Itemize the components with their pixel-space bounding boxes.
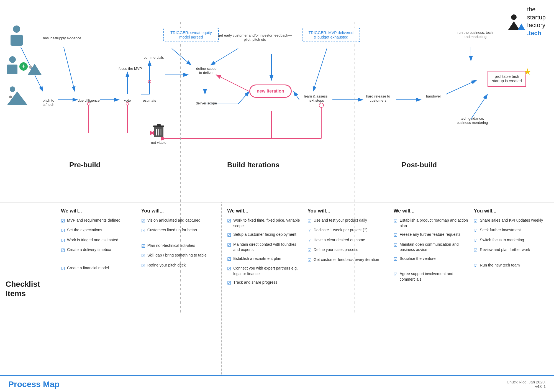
list-item: ☑Establish a recruitment plan — [227, 256, 302, 262]
list-item: ☑Vision articulated and captured — [141, 218, 216, 224]
postbuild-we-will: We will... ☑Establish a product roadmap … — [391, 208, 471, 370]
list-item: ☑Maintain direct contact with foundres a… — [227, 242, 302, 253]
list-item: ☑Establish a product roadmap and action … — [394, 218, 468, 229]
learn-assess-label: learn & assessnext steps — [301, 94, 331, 103]
check-icon: ☑ — [61, 218, 65, 224]
list-item: ☑Maintain open communication and busines… — [394, 242, 468, 253]
commercials-label: commercials — [140, 55, 168, 60]
check-icon: ☑ — [307, 238, 311, 244]
checklist-columns: We will... ☑MVP and requirements defined… — [55, 203, 554, 375]
focus-mvp-label: focus the MVP — [116, 66, 144, 71]
svg-point-48 — [29, 65, 32, 69]
list-item: ☑Work to fixed time, fixed price, variab… — [227, 218, 302, 229]
check-icon: ☑ — [227, 280, 231, 286]
early-customer-label: get early customer and/or investor feedb… — [216, 33, 294, 42]
checklist-section: ChecklistItems We will... ☑MVP and requi… — [0, 202, 554, 375]
not-viable: not viable — [151, 123, 166, 145]
list-item: ☑Switch focus to marketing — [474, 237, 548, 244]
list-item: ☑Track and share progress — [227, 280, 302, 286]
prebuild-we-will: We will... ☑MVP and requirements defined… — [58, 208, 138, 370]
logo-line3: factory — [527, 22, 545, 29]
postbuild-title: Post-build — [402, 161, 437, 169]
check-icon: ☑ — [227, 266, 231, 272]
run-business-label: run the business, tech and marketing — [454, 30, 496, 39]
svg-point-43 — [9, 56, 16, 63]
person-icon-1 — [8, 25, 25, 48]
check-icon: ☑ — [474, 247, 478, 253]
tech-guidance-label: tech guidance,business mentoring — [452, 116, 493, 125]
check-icon: ☑ — [307, 247, 311, 253]
list-item: ☑Create a delivery timebox — [61, 247, 136, 253]
check-icon: ☑ — [394, 242, 397, 248]
list-item: ☑Customers lined up for betas — [141, 227, 216, 234]
check-icon: ☑ — [394, 218, 397, 224]
check-icon: ☑ — [474, 263, 478, 269]
person-group-icon: + — [6, 55, 42, 79]
check-icon: ☑ — [141, 263, 145, 269]
list-item: ☑Use and test your product daily — [307, 218, 382, 224]
svg-rect-44 — [7, 65, 17, 74]
person-mountain-icon — [6, 86, 28, 106]
list-item: ☑Freeze any further feature requests — [394, 232, 468, 238]
list-item: ☑Review and plan further work — [474, 247, 548, 253]
list-item: ☑Get customer feedback every iteration — [307, 257, 382, 263]
build-checklist: We will... ☑Work to fixed time, fixed pr… — [222, 203, 388, 375]
checklist-label-col: ChecklistItems — [0, 203, 55, 375]
check-icon: ☑ — [227, 256, 231, 262]
prebuild-checklist: We will... ☑MVP and requirements defined… — [55, 203, 222, 375]
supply-evidence-label: supply evidence — [55, 36, 81, 40]
list-item: ☑Plan non-technical activities — [141, 243, 216, 249]
check-icon: ☑ — [394, 271, 397, 278]
list-item: ☑Dedicate 1 week per project (?) — [307, 227, 382, 234]
build-we-header: We will... — [227, 208, 302, 214]
list-item: ☑Connect you with expert partners e.g. l… — [227, 266, 302, 276]
list-item: ☑Create a financial model — [61, 265, 136, 272]
list-item: ☑Define your sales process — [307, 247, 382, 253]
svg-rect-54 — [157, 124, 161, 126]
svg-point-51 — [9, 96, 12, 98]
trigger-1: TRIGGER: sweat equitymodel agreed — [163, 28, 219, 42]
check-icon: ☑ — [61, 238, 65, 244]
build-you-header: You will... — [307, 208, 382, 214]
check-icon: ☑ — [141, 253, 145, 259]
footer-title: Process Map — [8, 380, 60, 389]
prebuild-you-will: You will... ☑Vision articulated and capt… — [138, 208, 219, 370]
check-icon: ☑ — [141, 218, 145, 224]
check-icon: ☑ — [307, 257, 311, 263]
svg-point-38 — [511, 14, 517, 20]
footer-credit: Chuck Rice. Jan 2020. v4.0.1 — [507, 380, 546, 389]
vote-label: vote — [119, 98, 136, 103]
list-item: ☑Refine your pitch deck — [141, 263, 216, 269]
check-icon: ☑ — [227, 232, 231, 238]
list-item: ☑Have a clear desired outcome — [307, 237, 382, 244]
check-icon: ☑ — [307, 218, 311, 224]
check-icon: ☑ — [61, 228, 65, 234]
estimate-label: estimate — [138, 98, 161, 103]
footer-credit-text: Chuck Rice. Jan 2020. — [507, 380, 546, 384]
checklist-label: ChecklistItems — [6, 280, 40, 298]
build-you-will: You will... ☑Use and test your product d… — [305, 208, 385, 370]
pitch-tsf-label: pitch totsf.tech — [36, 98, 61, 107]
list-item: ☑Agree support involvement and commercia… — [394, 271, 468, 282]
check-icon: ☑ — [474, 238, 478, 244]
list-item: ☑Share sales and KPI updates weekly — [474, 218, 548, 224]
not-viable-label: not viable — [151, 140, 166, 145]
check-icon: ☑ — [474, 228, 478, 234]
check-icon: ☑ — [141, 228, 145, 234]
logo-line2: startup — [527, 14, 546, 21]
check-icon: ☑ — [307, 228, 311, 234]
svg-marker-47 — [28, 64, 42, 75]
new-iteration: new iteration — [249, 84, 292, 98]
svg-rect-42 — [11, 35, 23, 46]
star-icon: ★ — [524, 66, 532, 77]
prebuild-title: Pre-build — [69, 161, 101, 169]
build-title: Build Iterations — [227, 161, 279, 169]
check-icon: ☑ — [61, 266, 65, 272]
check-icon: ☑ — [61, 247, 65, 253]
trigger-2: TRIGGER: MVP delivered& budget exhausted — [302, 28, 360, 42]
list-item: ☑MVP and requirements defined — [61, 218, 136, 224]
has-idea-label: has idea — [43, 36, 57, 40]
build-we-will: We will... ☑Work to fixed time, fixed pr… — [224, 208, 305, 370]
logo-line1: the — [527, 6, 536, 13]
check-icon: ☑ — [474, 218, 478, 224]
